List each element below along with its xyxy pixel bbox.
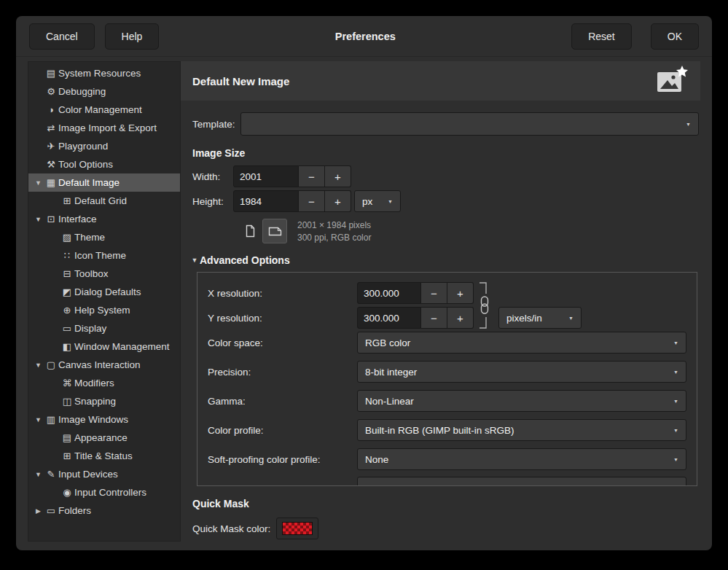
height-label: Height: (192, 196, 233, 207)
sidebar-item-default-grid[interactable]: ⊞ Default Grid (28, 192, 180, 210)
reset-button[interactable]: Reset (571, 23, 632, 50)
sidebar-item-default-image[interactable]: ▼ ▦ Default Image (28, 173, 180, 192)
resolution-block: X resolution: − + Y resolution: − + pixe… (208, 281, 686, 329)
sidebar-item-label: Image Import & Export (58, 122, 157, 133)
modifiers-icon: ⌘ (60, 378, 74, 389)
gamma-row: Gamma: Non-Linear ▼ (208, 389, 686, 413)
x-resolution-label: X resolution: (208, 288, 357, 299)
sidebar-item-folders[interactable]: ▶ ▭ Folders (28, 501, 180, 520)
y-resolution-input[interactable] (357, 307, 421, 329)
expander-icon[interactable]: ▶ (33, 507, 44, 515)
sidebar-item-label: System Resources (58, 68, 141, 79)
template-dropdown[interactable]: ▼ (240, 112, 699, 136)
precision-dropdown[interactable]: 8-bit integer ▼ (357, 361, 686, 383)
sidebar-item-display[interactable]: ▭ Display (28, 319, 180, 337)
clipped-row (208, 477, 686, 485)
chain-link-toggle[interactable] (479, 281, 490, 329)
sidebar-item-playground[interactable]: ✈ Playground (28, 137, 180, 155)
soft-proofing-dropdown[interactable]: None ▼ (357, 448, 686, 470)
gamma-value: Non-Linear (365, 396, 414, 407)
expander-icon[interactable]: ▼ (33, 471, 44, 478)
ok-button[interactable]: OK (651, 23, 699, 50)
sidebar-item-input-controllers[interactable]: ◉ Input Controllers (28, 483, 180, 501)
height-input[interactable] (233, 190, 299, 212)
quick-mask-color-swatch (282, 522, 313, 535)
color-profile-dropdown[interactable]: Built-in RGB (GIMP built-in sRGB) ▼ (357, 419, 686, 441)
color-space-dropdown[interactable]: RGB color ▼ (357, 332, 686, 354)
resolution-unit-dropdown[interactable]: pixels/in ▼ (498, 307, 582, 329)
sidebar-item-toolbox[interactable]: ⊟ Toolbox (28, 265, 180, 283)
sidebar-item-snapping[interactable]: ◫ Snapping (28, 392, 180, 410)
x-resolution-increment-button[interactable]: + (447, 282, 474, 304)
system-resources-icon: ▤ (44, 68, 58, 79)
sidebar-item-image-import-export[interactable]: ⇄ Image Import & Export (28, 119, 180, 137)
sidebar-item-modifiers[interactable]: ⌘ Modifiers (28, 374, 180, 392)
y-resolution-increment-button[interactable]: + (447, 307, 474, 329)
chevron-down-icon: ▼ (558, 316, 574, 321)
sidebar-item-canvas-interaction[interactable]: ▼ ▢ Canvas Interaction (28, 356, 180, 374)
sidebar-item-label: Icon Theme (74, 250, 126, 261)
x-resolution-decrement-button[interactable]: − (421, 282, 447, 304)
sidebar-item-tool-options[interactable]: ⚒ Tool Options (28, 155, 180, 173)
template-row: Template: ▼ (181, 112, 700, 136)
sidebar-item-help-system[interactable]: ⊕ Help System (28, 301, 180, 319)
chevron-down-icon: ▼ (663, 399, 678, 404)
color-profile-row: Color profile: Built-in RGB (GIMP built-… (208, 418, 686, 442)
width-increment-button[interactable]: + (325, 165, 351, 187)
sidebar-item-image-windows[interactable]: ▼ ▥ Image Windows (28, 410, 180, 429)
canvas-interaction-icon: ▢ (44, 359, 58, 370)
input-controllers-icon: ◉ (60, 487, 74, 498)
advanced-options-label: Advanced Options (200, 254, 290, 266)
quick-mask-color-button[interactable] (276, 518, 318, 539)
sidebar-item-color-management[interactable]: ◑ Color Management (28, 101, 180, 119)
sidebar-item-interface[interactable]: ▼ ⊡ Interface (28, 210, 180, 228)
gamma-dropdown[interactable]: Non-Linear ▼ (357, 390, 686, 412)
sidebar-item-window-management[interactable]: ◧ Window Management (28, 337, 180, 356)
collapse-triangle-icon: ▼ (189, 257, 200, 264)
precision-value: 8-bit integer (365, 367, 417, 378)
x-resolution-row: X resolution: − + (208, 281, 686, 305)
x-resolution-input[interactable] (357, 282, 421, 304)
cancel-button[interactable]: Cancel (29, 23, 95, 50)
sidebar-item-label: Debugging (58, 86, 106, 97)
sidebar-item-label: Toolbox (74, 268, 109, 279)
sidebar-item-label: Image Windows (58, 414, 128, 425)
appearance-icon: ▤ (60, 432, 74, 443)
height-increment-button[interactable]: + (325, 190, 351, 212)
expander-icon[interactable]: ▼ (33, 179, 44, 187)
title-status-icon: ⊞ (60, 450, 74, 461)
header-bar: Cancel Help Preferences Reset OK (16, 16, 712, 57)
sidebar-item-input-devices[interactable]: ▼ ✎ Input Devices (28, 465, 180, 483)
landscape-orientation-button[interactable] (262, 219, 287, 243)
sidebar-item-icon-theme[interactable]: ∷ Icon Theme (28, 246, 180, 265)
sidebar-item-label: Interface (58, 214, 97, 225)
sidebar-item-title-status[interactable]: ⊞ Title & Status (28, 447, 180, 465)
chevron-down-icon: ▼ (663, 428, 678, 433)
expander-icon[interactable]: ▼ (33, 416, 44, 423)
window-management-icon: ◧ (60, 341, 74, 352)
color-management-icon: ◑ (44, 104, 58, 115)
sidebar-item-label: Default Grid (74, 195, 127, 206)
page-title: Default New Image (192, 75, 289, 87)
color-profile-value: Built-in RGB (GIMP built-in sRGB) (365, 425, 514, 436)
gamma-label: Gamma: (208, 396, 357, 407)
advanced-options-expander[interactable]: ▼ Advanced Options (181, 254, 700, 266)
expander-icon[interactable]: ▼ (33, 362, 44, 369)
help-button[interactable]: Help (105, 23, 160, 50)
sidebar-item-dialog-defaults[interactable]: ◩ Dialog Defaults (28, 283, 180, 301)
size-unit-dropdown[interactable]: px ▼ (354, 190, 401, 212)
sidebar-item-debugging[interactable]: ⚙ Debugging (28, 82, 180, 101)
preferences-dialog: Cancel Help Preferences Reset OK ▤ Syste… (16, 16, 712, 550)
sidebar-item-theme[interactable]: ▨ Theme (28, 228, 180, 246)
sidebar-item-system-resources[interactable]: ▤ System Resources (28, 64, 180, 82)
clipped-dropdown[interactable] (357, 477, 686, 485)
height-decrement-button[interactable]: − (299, 190, 325, 212)
template-label: Template: (192, 119, 240, 130)
width-decrement-button[interactable]: − (299, 165, 325, 187)
y-resolution-decrement-button[interactable]: − (421, 307, 447, 329)
sidebar-item-appearance[interactable]: ▤ Appearance (28, 429, 180, 447)
color-space-label: Color space: (208, 337, 357, 348)
portrait-orientation-button[interactable] (238, 219, 262, 243)
width-input[interactable] (233, 165, 299, 187)
expander-icon[interactable]: ▼ (33, 216, 44, 223)
